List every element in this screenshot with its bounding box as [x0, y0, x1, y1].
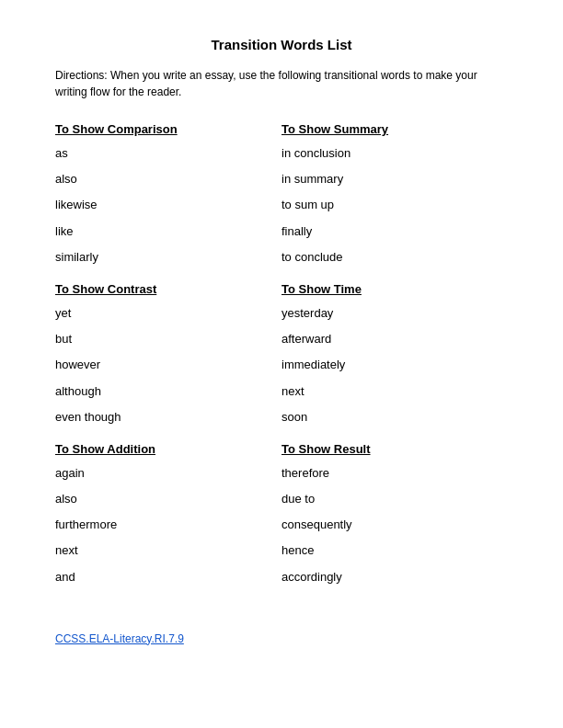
left-word-item: but: [55, 331, 282, 347]
right-word-item: in conclusion: [282, 145, 508, 162]
left-word-item: like: [55, 223, 282, 240]
right-section-header-2: To Show Result: [282, 442, 508, 456]
right-section-header-1: To Show Time: [282, 282, 508, 296]
main-columns: To Show Comparisonasalsolikewiselikesimi…: [55, 122, 508, 595]
left-section-header-2: To Show Addition: [55, 442, 282, 456]
left-word-item: even though: [55, 409, 282, 426]
left-word-item: although: [55, 383, 282, 400]
left-word-item: again: [55, 465, 282, 482]
footer-link[interactable]: CCSS.ELA-Literacy.RI.7.9: [55, 632, 184, 645]
right-word-item: yesterday: [282, 305, 508, 322]
left-word-item: similarly: [55, 249, 282, 266]
right-word-item: to conclude: [282, 249, 508, 266]
directions: Directions: When you write an essay, use…: [55, 67, 508, 100]
left-word-item: yet: [55, 305, 282, 322]
left-word-item: also: [55, 491, 282, 507]
right-word-item: to sum up: [282, 197, 508, 213]
left-column: To Show Comparisonasalsolikewiselikesimi…: [55, 122, 282, 595]
left-word-item: and: [55, 569, 282, 586]
right-word-item: hence: [282, 542, 508, 559]
left-section-header-1: To Show Contrast: [55, 282, 282, 296]
right-word-item: accordingly: [282, 569, 508, 586]
left-section-header-0: To Show Comparison: [55, 122, 282, 136]
left-word-item: however: [55, 357, 282, 373]
page-title: Transition Words List: [55, 37, 508, 52]
right-word-item: consequently: [282, 517, 508, 533]
right-word-item: therefore: [282, 465, 508, 482]
left-word-item: next: [55, 542, 282, 559]
footer-link-container: CCSS.ELA-Literacy.RI.7.9: [55, 631, 508, 645]
left-word-item: likewise: [55, 197, 282, 213]
right-word-item: soon: [282, 409, 508, 426]
left-word-item: also: [55, 171, 282, 188]
right-word-item: due to: [282, 491, 508, 507]
right-column: To Show Summaryin conclusionin summaryto…: [282, 122, 508, 595]
right-word-item: next: [282, 383, 508, 400]
left-word-item: as: [55, 145, 282, 162]
right-word-item: in summary: [282, 171, 508, 188]
right-word-item: immediately: [282, 357, 508, 373]
right-word-item: afterward: [282, 331, 508, 347]
left-word-item: furthermore: [55, 517, 282, 533]
right-word-item: finally: [282, 223, 508, 240]
right-section-header-0: To Show Summary: [282, 122, 508, 136]
